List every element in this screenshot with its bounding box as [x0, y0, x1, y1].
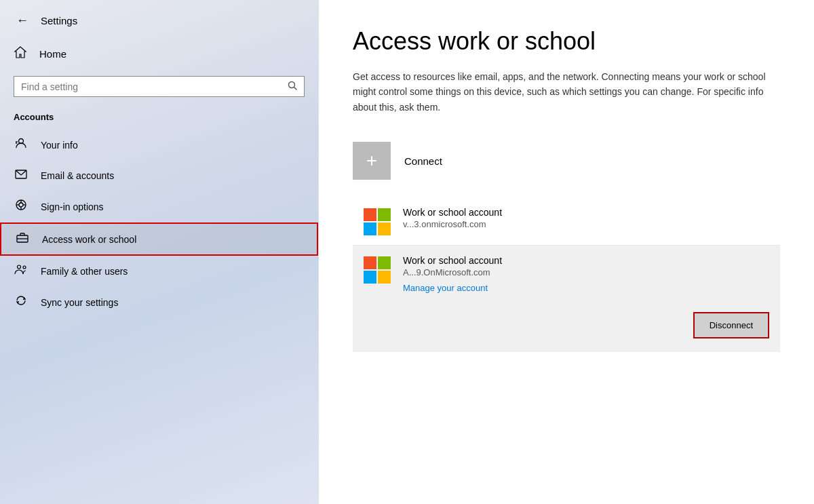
account-row-1-inner: Work or school account v...3.onmicrosoft… [364, 207, 769, 235]
svg-point-14 [18, 265, 21, 269]
sidebar-item-sign-in-options[interactable]: Sign-in options [0, 191, 318, 222]
ms-logo-green-2 [378, 256, 391, 269]
sidebar-item-home[interactable]: Home [0, 39, 318, 69]
ms-logo-green-1 [378, 208, 391, 221]
ms-logo-1 [364, 208, 391, 235]
search-input[interactable] [21, 81, 282, 92]
sidebar-item-label-family: Family & other users [41, 266, 128, 277]
ms-logo-blue-2 [364, 271, 376, 284]
svg-line-1 [294, 88, 297, 90]
connect-row[interactable]: + Connect [353, 135, 780, 187]
ms-logo-red-2 [364, 256, 376, 269]
manage-account-link[interactable]: Manage your account [403, 283, 502, 293]
sync-icon [14, 294, 28, 310]
ms-logo-blue-1 [364, 222, 376, 235]
page-description: Get access to resources like email, apps… [353, 69, 780, 115]
person-icon [14, 137, 28, 153]
home-icon [14, 45, 27, 62]
sidebar-item-label-sync: Sync your settings [41, 297, 118, 308]
page-title: Access work or school [353, 27, 780, 56]
account-row-2-inner: Work or school account A...9.OnMicrosoft… [364, 255, 769, 293]
signin-icon [14, 199, 28, 214]
account-email-1: v...3.onmicrosoft.com [403, 219, 502, 229]
disconnect-row: Disconnect [364, 312, 769, 338]
ms-logo-2 [364, 256, 391, 284]
sidebar-item-label-access: Access work or school [42, 234, 136, 245]
sidebar-item-family-other-users[interactable]: Family & other users [0, 256, 318, 286]
account-info-2: Work or school account A...9.OnMicrosoft… [403, 255, 502, 293]
briefcase-icon [15, 232, 30, 246]
email-icon [14, 169, 28, 182]
sidebar-item-label-email: Email & accounts [41, 170, 114, 181]
main-content: Access work or school Get access to reso… [319, 0, 814, 504]
connect-button[interactable]: + [353, 142, 391, 180]
back-button[interactable]: ← [14, 12, 31, 29]
account-row-2[interactable]: Work or school account A...9.OnMicrosoft… [353, 246, 780, 352]
sidebar-item-label-signin: Sign-in options [41, 201, 104, 212]
account-row-1[interactable]: Work or school account v...3.onmicrosoft… [353, 197, 780, 246]
sidebar-title: Settings [41, 15, 77, 26]
plus-icon: + [366, 150, 377, 172]
sidebar-item-your-info[interactable]: Your info [0, 129, 318, 161]
account-type-1: Work or school account [403, 207, 502, 218]
home-label: Home [39, 48, 66, 60]
sidebar-item-email-accounts[interactable]: Email & accounts [0, 161, 318, 191]
ms-logo-yellow-1 [378, 222, 391, 235]
back-icon: ← [16, 14, 28, 28]
connect-label: Connect [404, 155, 442, 167]
account-email-2: A...9.OnMicrosoft.com [403, 267, 502, 277]
sidebar-header: ← Settings [0, 0, 318, 39]
sidebar: ← Settings Home Accounts [0, 0, 319, 504]
accounts-section-label: Accounts [0, 108, 318, 129]
sidebar-item-access-work-school[interactable]: Access work or school [0, 222, 318, 256]
account-info-1: Work or school account v...3.onmicrosoft… [403, 207, 502, 229]
sidebar-item-label-your-info: Your info [41, 140, 78, 151]
family-icon [14, 264, 28, 278]
ms-logo-yellow-2 [378, 271, 391, 284]
search-icon [288, 81, 297, 92]
disconnect-button[interactable]: Disconnect [693, 312, 769, 338]
svg-point-15 [23, 266, 26, 269]
account-type-2: Work or school account [403, 255, 502, 266]
search-box[interactable] [14, 76, 305, 97]
sidebar-item-sync-settings[interactable]: Sync your settings [0, 286, 318, 318]
svg-point-7 [19, 203, 23, 207]
ms-logo-red-1 [364, 208, 376, 221]
